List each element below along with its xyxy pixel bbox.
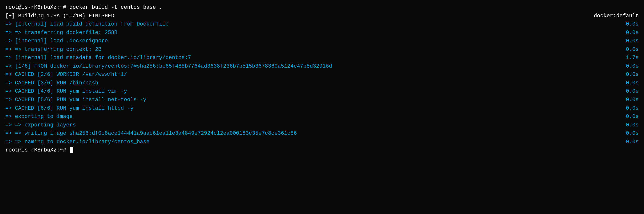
- terminal: root@ls-rK8rbuXz:~# docker build -t cent…: [2, 2, 642, 214]
- line-content: root@ls-rK8rbuXz:~#: [5, 146, 73, 154]
- line-time: 0.0s: [626, 121, 639, 129]
- line-time: 0.0s: [626, 130, 639, 138]
- cursor: [70, 147, 73, 153]
- line-time: 0.0s: [626, 62, 639, 70]
- terminal-line: => exporting to image0.0s: [5, 113, 639, 121]
- line-content: => CACHED [2/6] WORKDIR /var/www/html/: [5, 71, 127, 79]
- line-time: 1.7s: [626, 54, 639, 62]
- line-content: => CACHED [5/6] RUN yum install net-tool…: [5, 96, 146, 104]
- line-content: => CACHED [3/6] RUN /bin/bash: [5, 79, 98, 87]
- terminal-line: => => transferring context: 2B0.0s: [5, 45, 639, 54]
- line-time: 0.0s: [626, 87, 639, 95]
- terminal-line: => CACHED [4/6] RUN yum install vim -y0.…: [5, 87, 639, 96]
- line-content: [+] Building 1.8s (10/10) FINISHED: [5, 12, 114, 20]
- line-content: => => exporting layers: [5, 121, 76, 129]
- terminal-line: => => writing image sha256:df0c8ace14444…: [5, 129, 639, 138]
- terminal-line: => => exporting layers0.0s: [5, 121, 639, 130]
- terminal-line: => [internal] load .dockerignore0.0s: [5, 37, 639, 45]
- line-time: docker:default: [594, 12, 639, 20]
- line-time: 0.0s: [626, 46, 639, 54]
- line-content: => => naming to docker.io/library/centos…: [5, 138, 150, 146]
- terminal-line: => CACHED [5/6] RUN yum install net-tool…: [5, 96, 639, 104]
- terminal-line: => CACHED [2/6] WORKDIR /var/www/html/0.…: [5, 70, 639, 79]
- line-content: => => transferring dockerfile: 258B: [5, 29, 118, 37]
- terminal-line: => [1/6] FROM docker.io/library/centos:7…: [5, 62, 639, 71]
- terminal-line: => CACHED [6/6] RUN yum install httpd -y…: [5, 104, 639, 113]
- line-content: => [1/6] FROM docker.io/library/centos:7…: [5, 62, 332, 70]
- line-content: => [internal] load metadata for docker.i…: [5, 54, 191, 62]
- terminal-line: root@ls-rK8rbuXz:~# docker build -t cent…: [5, 4, 639, 12]
- line-content: => => writing image sha256:df0c8ace14444…: [5, 130, 297, 138]
- line-time: 0.0s: [626, 71, 639, 79]
- line-content: => CACHED [4/6] RUN yum install vim -y: [5, 87, 127, 95]
- line-time: 0.0s: [626, 21, 639, 29]
- line-time: 0.0s: [626, 29, 639, 37]
- terminal-line: => => naming to docker.io/library/centos…: [5, 138, 639, 146]
- line-content: => => transferring context: 2B: [5, 46, 102, 54]
- line-content: => CACHED [6/6] RUN yum install httpd -y: [5, 104, 134, 113]
- line-content: => [internal] load build definition from…: [5, 21, 169, 29]
- terminal-line: => CACHED [3/6] RUN /bin/bash0.0s: [5, 79, 639, 87]
- terminal-line: => => transferring dockerfile: 258B0.0s: [5, 29, 639, 37]
- line-time: 0.0s: [626, 96, 639, 104]
- line-content: => [internal] load .dockerignore: [5, 37, 108, 45]
- terminal-line: root@ls-rK8rbuXz:~#: [5, 146, 639, 155]
- line-time: 0.0s: [626, 104, 639, 113]
- terminal-line: => [internal] load build definition from…: [5, 20, 639, 29]
- terminal-line: => [internal] load metadata for docker.i…: [5, 54, 639, 62]
- line-content: => exporting to image: [5, 113, 72, 121]
- line-time: 0.0s: [626, 138, 639, 146]
- line-time: 0.0s: [626, 37, 639, 45]
- terminal-line: [+] Building 1.8s (10/10) FINISHEDdocker…: [5, 12, 639, 21]
- line-time: 0.0s: [626, 79, 639, 87]
- line-time: 0.0s: [626, 113, 639, 121]
- line-content: root@ls-rK8rbuXz:~# docker build -t cent…: [5, 4, 162, 12]
